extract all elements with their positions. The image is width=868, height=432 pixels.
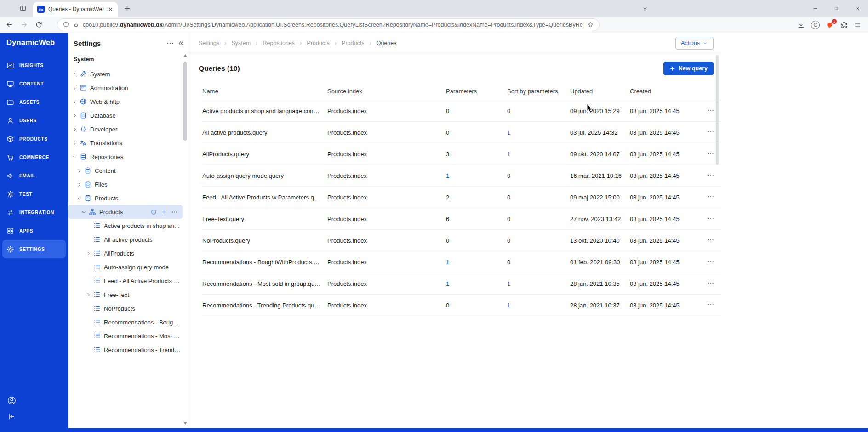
parameters-count[interactable]: 1	[446, 172, 507, 179]
chevron-right-icon[interactable]	[76, 168, 82, 174]
table-row[interactable]: Free-Text.query Products.index 6 0 27 no…	[202, 208, 721, 230]
minimize-button[interactable]	[805, 0, 826, 17]
row-menu-icon[interactable]	[707, 128, 714, 136]
vertical-tabs-icon[interactable]	[19, 5, 27, 12]
sort-by-parameters-count[interactable]: 1	[507, 302, 570, 309]
table-row[interactable]: Active products in shop and language con…	[202, 100, 721, 122]
brave-rewards-button[interactable]: 1	[826, 21, 834, 29]
sidebar-item[interactable]: INTEGRATION	[2, 203, 66, 222]
sort-by-parameters-count[interactable]: 1	[507, 129, 570, 136]
parameters-count[interactable]: 1	[446, 280, 507, 287]
actions-button[interactable]: Actions	[675, 37, 714, 50]
refresh-button[interactable]	[35, 21, 43, 28]
query-name[interactable]: Active products in shop and language con…	[202, 108, 327, 114]
parameters-count[interactable]: 1	[446, 259, 507, 266]
tree-item[interactable]: Administration	[68, 81, 183, 95]
chevron-right-icon[interactable]	[72, 85, 78, 91]
sidebar-item[interactable]: PRODUCTS	[2, 130, 66, 148]
more-options-icon[interactable]	[171, 209, 178, 216]
tree-item[interactable]: Content	[68, 164, 183, 177]
chevron-right-icon[interactable]	[76, 182, 82, 188]
query-name[interactable]: Recommendations - Trending Products.quer…	[202, 302, 327, 309]
profile-button[interactable]: C	[811, 21, 820, 29]
breadcrumb-item[interactable]: Repositories	[263, 40, 295, 46]
tree-item[interactable]: Products	[68, 205, 183, 219]
tree-item[interactable]: AllProducts	[68, 246, 183, 260]
tab-search-icon[interactable]	[642, 5, 648, 11]
query-name[interactable]: Auto-assign query mode.query	[202, 172, 327, 179]
tree-item[interactable]: System	[68, 67, 183, 81]
downloads-icon[interactable]	[797, 21, 805, 29]
row-menu-icon[interactable]	[707, 258, 714, 265]
breadcrumb-item[interactable]: Queries	[377, 40, 397, 46]
tree-item[interactable]: Products	[68, 191, 183, 205]
sort-by-parameters-count[interactable]: 1	[507, 151, 570, 158]
sidebar-item[interactable]: COMMERCE	[2, 148, 66, 166]
table-row[interactable]: NoProducts.query Products.index 0 0 13 o…	[202, 230, 721, 251]
sidebar-item[interactable]: ASSETS	[2, 93, 66, 111]
table-row[interactable]: Recommendations - Trending Products.quer…	[202, 295, 721, 316]
breadcrumb-item[interactable]: Products	[307, 40, 329, 46]
new-query-button[interactable]: New query	[663, 62, 714, 75]
panel-menu-icon[interactable]	[166, 39, 174, 47]
chevron-right-icon[interactable]	[72, 126, 78, 132]
chevron-right-icon[interactable]	[72, 113, 78, 119]
extensions-icon[interactable]	[840, 21, 848, 29]
query-name[interactable]: Free-Text.query	[202, 216, 327, 222]
tree-item[interactable]: Free-Text	[68, 288, 183, 301]
row-menu-icon[interactable]	[707, 279, 714, 287]
query-name[interactable]: Feed - All Active Products w Parameters.…	[202, 194, 327, 201]
tree-item[interactable]: Active products in shop and language con…	[68, 219, 183, 233]
tree-item[interactable]: All active products	[68, 233, 183, 246]
chevron-right-icon[interactable]	[76, 195, 82, 201]
scroll-down-arrow[interactable]	[183, 422, 187, 425]
table-row[interactable]: Recommendations - Most sold in group.que…	[202, 273, 721, 295]
chevron-right-icon[interactable]	[72, 99, 78, 105]
sidebar-item[interactable]: USERS	[2, 111, 66, 130]
bookmark-star-icon[interactable]	[587, 21, 594, 28]
tree-item[interactable]: Developer	[68, 122, 183, 136]
scroll-up-arrow[interactable]	[183, 54, 187, 57]
lock-icon[interactable]	[73, 22, 79, 28]
main-scrollbar-thumb[interactable]	[716, 55, 719, 165]
query-name[interactable]: All active products.query	[202, 129, 327, 136]
query-name[interactable]: Recommendations - Most sold in group.que…	[202, 280, 327, 287]
chevron-right-icon[interactable]	[86, 292, 91, 298]
tree-item[interactable]: Database	[68, 108, 183, 122]
row-menu-icon[interactable]	[707, 171, 714, 179]
chevron-right-icon[interactable]	[72, 71, 78, 77]
tree-item[interactable]: Recommendations - Trending Products	[68, 343, 183, 357]
table-row[interactable]: AllProducts.query Products.index 3 1 09 …	[202, 143, 721, 165]
chevron-right-icon[interactable]	[86, 347, 91, 353]
url-bar[interactable]: cbo10.public9.dynamicweb.dk/Admin/UI/Set…	[57, 18, 600, 31]
brave-shields-icon[interactable]	[63, 21, 69, 28]
row-menu-icon[interactable]	[707, 215, 714, 222]
breadcrumb-item[interactable]: Settings	[199, 40, 219, 46]
table-row[interactable]: All active products.query Products.index…	[202, 122, 721, 143]
tree-item[interactable]: Recommendations - Most sold in group	[68, 329, 183, 343]
browser-tab[interactable]: dw Queries - DynamicWeb 10	[33, 2, 118, 17]
back-button[interactable]	[6, 21, 13, 28]
chevron-right-icon[interactable]	[72, 154, 78, 160]
tree-item[interactable]: NoProducts	[68, 301, 183, 315]
info-icon[interactable]	[151, 209, 157, 215]
panel-collapse-icon[interactable]	[177, 40, 184, 47]
add-icon[interactable]	[161, 209, 167, 215]
chevron-right-icon[interactable]	[86, 223, 91, 229]
browser-menu-icon[interactable]	[854, 21, 862, 29]
row-menu-icon[interactable]	[707, 193, 714, 200]
sidebar-item[interactable]: APPS	[2, 222, 66, 240]
maximize-button[interactable]	[826, 0, 847, 17]
table-row[interactable]: Auto-assign query mode.query Products.in…	[202, 165, 721, 187]
tab-close-icon[interactable]	[108, 6, 114, 12]
tree-item[interactable]: Auto-assign query mode	[68, 260, 183, 274]
table-row[interactable]: Feed - All Active Products w Parameters.…	[202, 187, 721, 208]
breadcrumb-item[interactable]: Products	[342, 40, 364, 46]
tree-item[interactable]: Translations	[68, 136, 183, 150]
query-name[interactable]: Recommendations - BoughtWithProducts.que…	[202, 259, 327, 266]
close-button[interactable]	[847, 0, 868, 17]
query-name[interactable]: NoProducts.query	[202, 237, 327, 244]
tree-item[interactable]: Recommendations - BoughtWithProducts	[68, 315, 183, 329]
chevron-right-icon[interactable]	[86, 237, 91, 243]
chevron-right-icon[interactable]	[86, 250, 91, 256]
